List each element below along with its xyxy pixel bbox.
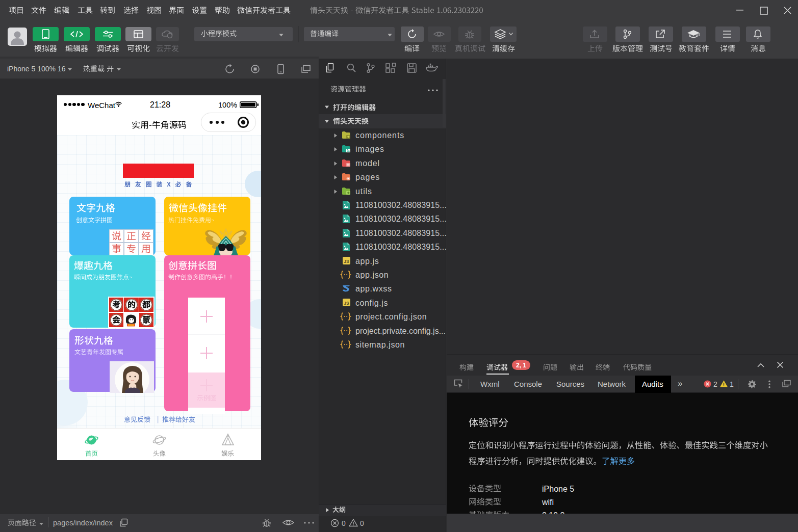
svg-text:JS: JS bbox=[344, 259, 349, 264]
svg-text:JS: JS bbox=[344, 301, 349, 306]
